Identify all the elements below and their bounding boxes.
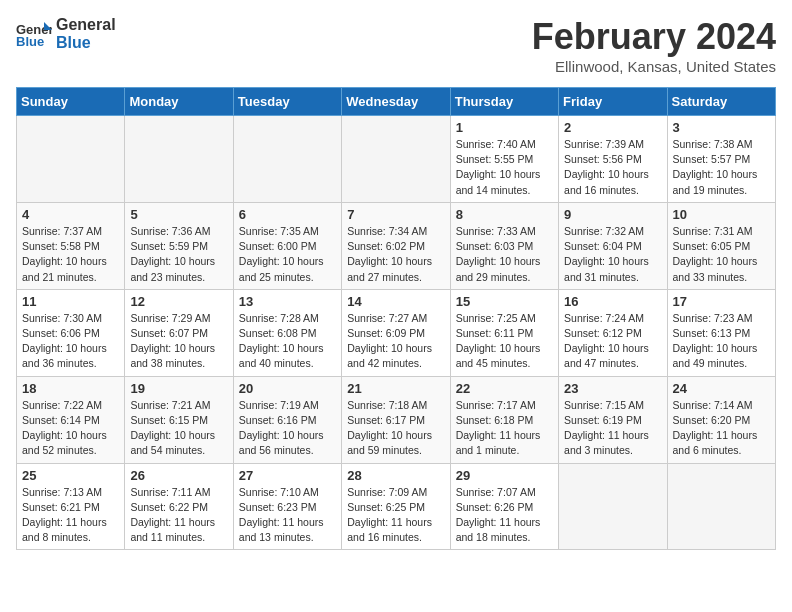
calendar-cell: 1Sunrise: 7:40 AM Sunset: 5:55 PM Daylig… [450,116,558,203]
calendar-cell: 8Sunrise: 7:33 AM Sunset: 6:03 PM Daylig… [450,202,558,289]
calendar-cell [233,116,341,203]
day-info: Sunrise: 7:40 AM Sunset: 5:55 PM Dayligh… [456,137,553,198]
day-number: 7 [347,207,444,222]
day-info: Sunrise: 7:34 AM Sunset: 6:02 PM Dayligh… [347,224,444,285]
calendar-cell: 27Sunrise: 7:10 AM Sunset: 6:23 PM Dayli… [233,463,341,550]
day-number: 20 [239,381,336,396]
day-info: Sunrise: 7:23 AM Sunset: 6:13 PM Dayligh… [673,311,770,372]
day-info: Sunrise: 7:30 AM Sunset: 6:06 PM Dayligh… [22,311,119,372]
weekday-header-monday: Monday [125,88,233,116]
day-info: Sunrise: 7:18 AM Sunset: 6:17 PM Dayligh… [347,398,444,459]
day-number: 21 [347,381,444,396]
calendar-cell: 14Sunrise: 7:27 AM Sunset: 6:09 PM Dayli… [342,289,450,376]
calendar-cell: 24Sunrise: 7:14 AM Sunset: 6:20 PM Dayli… [667,376,775,463]
weekday-header-tuesday: Tuesday [233,88,341,116]
day-info: Sunrise: 7:38 AM Sunset: 5:57 PM Dayligh… [673,137,770,198]
weekday-header-saturday: Saturday [667,88,775,116]
day-number: 10 [673,207,770,222]
day-info: Sunrise: 7:24 AM Sunset: 6:12 PM Dayligh… [564,311,661,372]
calendar-cell [667,463,775,550]
day-info: Sunrise: 7:09 AM Sunset: 6:25 PM Dayligh… [347,485,444,546]
weekday-header-thursday: Thursday [450,88,558,116]
day-number: 6 [239,207,336,222]
day-info: Sunrise: 7:39 AM Sunset: 5:56 PM Dayligh… [564,137,661,198]
day-number: 25 [22,468,119,483]
calendar-cell: 18Sunrise: 7:22 AM Sunset: 6:14 PM Dayli… [17,376,125,463]
day-info: Sunrise: 7:25 AM Sunset: 6:11 PM Dayligh… [456,311,553,372]
day-info: Sunrise: 7:17 AM Sunset: 6:18 PM Dayligh… [456,398,553,459]
day-number: 26 [130,468,227,483]
weekday-header-sunday: Sunday [17,88,125,116]
day-info: Sunrise: 7:37 AM Sunset: 5:58 PM Dayligh… [22,224,119,285]
weekday-header-friday: Friday [559,88,667,116]
calendar-cell: 4Sunrise: 7:37 AM Sunset: 5:58 PM Daylig… [17,202,125,289]
calendar-cell: 12Sunrise: 7:29 AM Sunset: 6:07 PM Dayli… [125,289,233,376]
calendar-cell: 17Sunrise: 7:23 AM Sunset: 6:13 PM Dayli… [667,289,775,376]
day-info: Sunrise: 7:07 AM Sunset: 6:26 PM Dayligh… [456,485,553,546]
day-number: 22 [456,381,553,396]
day-number: 18 [22,381,119,396]
calendar-cell: 13Sunrise: 7:28 AM Sunset: 6:08 PM Dayli… [233,289,341,376]
title-block: February 2024 Ellinwood, Kansas, United … [532,16,776,75]
day-info: Sunrise: 7:35 AM Sunset: 6:00 PM Dayligh… [239,224,336,285]
day-info: Sunrise: 7:32 AM Sunset: 6:04 PM Dayligh… [564,224,661,285]
day-info: Sunrise: 7:14 AM Sunset: 6:20 PM Dayligh… [673,398,770,459]
day-number: 1 [456,120,553,135]
day-number: 23 [564,381,661,396]
day-number: 13 [239,294,336,309]
day-number: 28 [347,468,444,483]
calendar-cell: 9Sunrise: 7:32 AM Sunset: 6:04 PM Daylig… [559,202,667,289]
calendar-cell [125,116,233,203]
calendar-table: SundayMondayTuesdayWednesdayThursdayFrid… [16,87,776,550]
day-number: 24 [673,381,770,396]
day-info: Sunrise: 7:10 AM Sunset: 6:23 PM Dayligh… [239,485,336,546]
day-number: 11 [22,294,119,309]
day-info: Sunrise: 7:27 AM Sunset: 6:09 PM Dayligh… [347,311,444,372]
logo-icon: General Blue [16,20,52,48]
day-number: 19 [130,381,227,396]
calendar-cell: 7Sunrise: 7:34 AM Sunset: 6:02 PM Daylig… [342,202,450,289]
day-info: Sunrise: 7:21 AM Sunset: 6:15 PM Dayligh… [130,398,227,459]
calendar-cell: 26Sunrise: 7:11 AM Sunset: 6:22 PM Dayli… [125,463,233,550]
day-info: Sunrise: 7:29 AM Sunset: 6:07 PM Dayligh… [130,311,227,372]
calendar-cell: 3Sunrise: 7:38 AM Sunset: 5:57 PM Daylig… [667,116,775,203]
day-number: 14 [347,294,444,309]
calendar-cell: 23Sunrise: 7:15 AM Sunset: 6:19 PM Dayli… [559,376,667,463]
day-number: 16 [564,294,661,309]
day-number: 5 [130,207,227,222]
day-info: Sunrise: 7:11 AM Sunset: 6:22 PM Dayligh… [130,485,227,546]
calendar-cell: 10Sunrise: 7:31 AM Sunset: 6:05 PM Dayli… [667,202,775,289]
calendar-cell: 25Sunrise: 7:13 AM Sunset: 6:21 PM Dayli… [17,463,125,550]
svg-text:Blue: Blue [16,34,44,48]
calendar-cell: 20Sunrise: 7:19 AM Sunset: 6:16 PM Dayli… [233,376,341,463]
calendar-cell: 19Sunrise: 7:21 AM Sunset: 6:15 PM Dayli… [125,376,233,463]
day-number: 2 [564,120,661,135]
calendar-cell: 21Sunrise: 7:18 AM Sunset: 6:17 PM Dayli… [342,376,450,463]
day-info: Sunrise: 7:33 AM Sunset: 6:03 PM Dayligh… [456,224,553,285]
calendar-cell: 22Sunrise: 7:17 AM Sunset: 6:18 PM Dayli… [450,376,558,463]
calendar-cell: 5Sunrise: 7:36 AM Sunset: 5:59 PM Daylig… [125,202,233,289]
day-info: Sunrise: 7:36 AM Sunset: 5:59 PM Dayligh… [130,224,227,285]
calendar-cell: 6Sunrise: 7:35 AM Sunset: 6:00 PM Daylig… [233,202,341,289]
day-info: Sunrise: 7:13 AM Sunset: 6:21 PM Dayligh… [22,485,119,546]
day-number: 8 [456,207,553,222]
day-info: Sunrise: 7:22 AM Sunset: 6:14 PM Dayligh… [22,398,119,459]
day-info: Sunrise: 7:31 AM Sunset: 6:05 PM Dayligh… [673,224,770,285]
calendar-cell: 11Sunrise: 7:30 AM Sunset: 6:06 PM Dayli… [17,289,125,376]
day-number: 17 [673,294,770,309]
day-number: 12 [130,294,227,309]
day-number: 4 [22,207,119,222]
calendar-cell: 29Sunrise: 7:07 AM Sunset: 6:26 PM Dayli… [450,463,558,550]
calendar-cell: 15Sunrise: 7:25 AM Sunset: 6:11 PM Dayli… [450,289,558,376]
day-number: 15 [456,294,553,309]
calendar-title: February 2024 [532,16,776,58]
calendar-cell [17,116,125,203]
day-number: 9 [564,207,661,222]
day-number: 29 [456,468,553,483]
weekday-header-wednesday: Wednesday [342,88,450,116]
logo: General Blue General Blue [16,16,116,51]
calendar-cell [559,463,667,550]
day-info: Sunrise: 7:19 AM Sunset: 6:16 PM Dayligh… [239,398,336,459]
calendar-cell: 16Sunrise: 7:24 AM Sunset: 6:12 PM Dayli… [559,289,667,376]
day-number: 3 [673,120,770,135]
